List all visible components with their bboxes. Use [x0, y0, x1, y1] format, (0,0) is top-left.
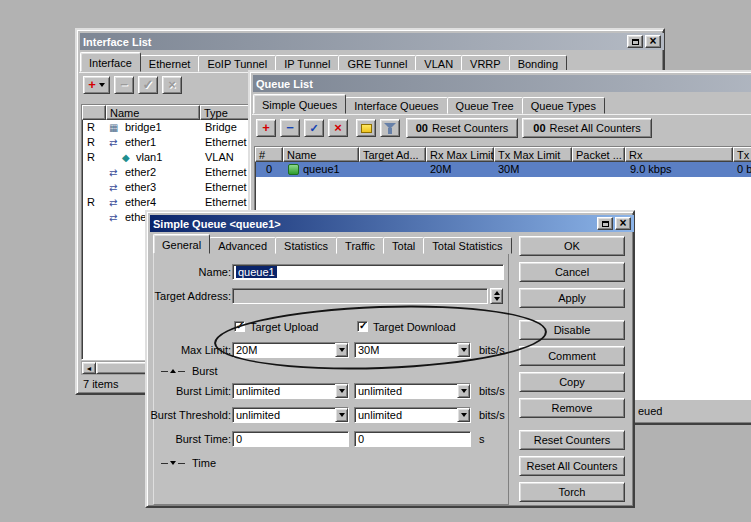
disable-button[interactable]: Disable — [519, 320, 625, 340]
ok-button[interactable]: OK — [519, 236, 625, 256]
column-tx-max-limit[interactable]: Tx Max Limit — [494, 147, 572, 162]
spin-up-icon — [494, 291, 500, 295]
tab-interface-queues[interactable]: Interface Queues — [345, 97, 447, 114]
close-button[interactable]: × — [645, 35, 661, 48]
burst-threshold-tx-combo[interactable]: unlimited — [354, 407, 471, 423]
simple-queue-titlebar[interactable]: Simple Queue <queue1> × — [150, 215, 634, 232]
row-flag: R — [87, 196, 95, 208]
column-flags[interactable] — [82, 105, 106, 120]
maximize-icon — [632, 39, 639, 45]
comment-button[interactable] — [356, 119, 376, 137]
burst-time-unit: s — [479, 431, 485, 447]
burst-time-tx-input[interactable]: 0 — [354, 431, 471, 447]
enable-button[interactable]: ✓ — [304, 119, 324, 137]
tab-queue-tree[interactable]: Queue Tree — [447, 97, 523, 114]
burst-time-rx-input[interactable]: 0 — [232, 431, 349, 447]
reset-counters-button[interactable]: Reset Counters — [519, 430, 625, 450]
column-tx[interactable]: Tx — [733, 147, 751, 162]
interface-name: ether2 — [125, 166, 156, 178]
tab-queue-types[interactable]: Queue Types — [522, 97, 605, 114]
burst-limit-rx-combo[interactable]: unlimited — [232, 383, 349, 399]
copy-button[interactable]: Copy — [519, 372, 625, 392]
divider — [161, 463, 168, 464]
remove-button[interactable]: Remove — [519, 398, 625, 418]
tab-statistics[interactable]: Statistics — [275, 237, 337, 254]
tab-general[interactable]: General — [153, 234, 210, 254]
target-download-checkbox[interactable]: Target Download — [357, 320, 456, 333]
enable-button[interactable]: ✓ — [138, 76, 158, 94]
comment-button[interactable]: Comment — [519, 346, 625, 366]
burst-section-toggle[interactable]: Burst — [159, 365, 218, 377]
divider — [252, 114, 751, 116]
burst-threshold-tx-value: unlimited — [355, 408, 457, 422]
column-rx-max-limit[interactable]: Rx Max Limit — [426, 147, 494, 162]
add-button[interactable]: + — [83, 76, 110, 94]
interface-list-status: 7 items — [80, 376, 121, 392]
dropdown-button[interactable] — [457, 384, 470, 398]
scroll-left-button[interactable]: ◄ — [82, 362, 96, 374]
target-address-input[interactable] — [232, 288, 488, 304]
status-text-fragment: eued — [638, 405, 662, 417]
remove-button[interactable]: − — [114, 76, 134, 94]
target-address-spinner[interactable] — [490, 288, 503, 304]
collapse-down-icon — [170, 461, 176, 465]
window-title: Interface List — [83, 36, 151, 48]
filter-button[interactable] — [380, 119, 400, 137]
dropdown-button[interactable] — [457, 343, 470, 357]
add-button[interactable]: + — [256, 119, 276, 137]
max-limit-tx-combo[interactable]: 30M — [354, 342, 471, 358]
max-limit-rx-combo[interactable]: 20M — [232, 342, 349, 358]
burst-limit-unit: bits/s — [479, 383, 505, 399]
disable-button[interactable]: × — [162, 76, 182, 94]
interface-type: Bridge — [205, 121, 237, 133]
cancel-button[interactable]: Cancel — [519, 262, 625, 282]
funnel-icon — [384, 123, 396, 134]
vlan-icon: ◆ — [122, 151, 130, 164]
reset-counters-button[interactable]: 00 Reset Counters — [406, 118, 518, 138]
burst-limit-tx-combo[interactable]: unlimited — [354, 383, 471, 399]
dropdown-button[interactable] — [335, 384, 348, 398]
disable-button[interactable]: × — [328, 119, 348, 137]
torch-button[interactable]: Torch — [519, 482, 625, 502]
time-section-label: Time — [192, 457, 216, 469]
queue-list-titlebar[interactable]: Queue List × — [253, 75, 751, 92]
close-button[interactable]: × — [615, 217, 631, 230]
maximize-button[interactable] — [627, 35, 643, 48]
tab-advanced[interactable]: Advanced — [209, 237, 276, 254]
tab-traffic[interactable]: Traffic — [336, 237, 384, 254]
tab-ethernet[interactable]: Ethernet — [140, 55, 200, 72]
tab-total-statistics[interactable]: Total Statistics — [423, 237, 511, 254]
target-upload-checkbox[interactable]: Target Upload — [234, 320, 319, 333]
apply-button[interactable]: Apply — [519, 288, 625, 308]
column-rx[interactable]: Rx — [625, 147, 733, 162]
column-number[interactable]: # — [255, 147, 283, 162]
window-title: Simple Queue <queue1> — [153, 218, 281, 230]
column-name[interactable]: Name — [106, 105, 200, 120]
burst-time-tx-value: 0 — [358, 433, 364, 445]
time-section-toggle[interactable]: Time — [159, 457, 216, 469]
max-limit-rx-value: 20M — [233, 343, 335, 357]
remove-button[interactable]: − — [280, 119, 300, 137]
reset-all-counters-button[interactable]: 00 Reset All Counters — [522, 118, 652, 138]
dropdown-button[interactable] — [335, 343, 348, 357]
interface-type: Ethernet — [205, 196, 247, 208]
column-packet-marks[interactable]: Packet ... — [572, 147, 625, 162]
dropdown-arrow-icon — [461, 413, 467, 417]
tab-interface[interactable]: Interface — [80, 52, 141, 72]
ethernet-icon: ⇄ — [109, 196, 117, 209]
column-name[interactable]: Name — [283, 147, 359, 162]
divider — [161, 371, 168, 372]
maximize-button[interactable] — [597, 217, 613, 230]
name-input[interactable]: queue1 — [232, 264, 504, 280]
dropdown-button[interactable] — [335, 408, 348, 422]
burst-threshold-label: Burst Threshold: — [145, 407, 231, 423]
dropdown-button[interactable] — [457, 408, 470, 422]
burst-threshold-rx-combo[interactable]: unlimited — [232, 407, 349, 423]
column-target-address[interactable]: Target Ad... — [359, 147, 426, 162]
check-icon: ✓ — [143, 79, 154, 91]
interface-list-titlebar[interactable]: Interface List × — [80, 33, 664, 50]
tab-total[interactable]: Total — [383, 237, 424, 254]
queue-row-selected[interactable]: 0 queue1 20M 30M 9.0 kbps 0 bps — [256, 162, 751, 177]
reset-all-counters-button[interactable]: Reset All Counters — [519, 456, 625, 476]
tab-simple-queues[interactable]: Simple Queues — [253, 94, 346, 114]
